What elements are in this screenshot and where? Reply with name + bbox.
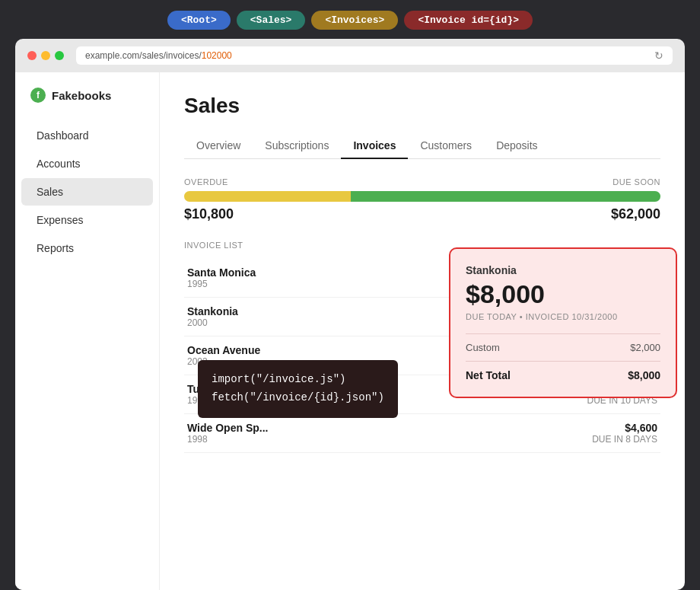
tab-overview[interactable]: Overview <box>184 133 253 159</box>
sidebar-item-sales[interactable]: Sales <box>21 178 153 206</box>
tabs: Overview Subscriptions Invoices Customer… <box>184 133 660 159</box>
popup-amount: $8,000 <box>466 279 660 309</box>
popup-company: Stankonia <box>466 264 660 276</box>
due-soon-amount: $62,000 <box>611 206 660 222</box>
invoice-amount: $4,600 <box>441 422 657 434</box>
tab-deposits[interactable]: Deposits <box>484 133 549 159</box>
overdue-amount: $10,800 <box>184 206 234 222</box>
due-soon-label: DUE SOON <box>612 177 660 187</box>
sidebar-item-expenses[interactable]: Expenses <box>21 206 153 234</box>
invoice-popup: Stankonia $8,000 DUE TODAY • INVOICED 10… <box>449 247 677 398</box>
sidebar-item-accounts[interactable]: Accounts <box>21 150 153 177</box>
tab-invoices[interactable]: Invoices <box>341 133 408 159</box>
breadcrumb-bar: <Root> <Sales> <Invoices> <Invoice id={i… <box>0 0 700 39</box>
close-dot[interactable] <box>27 51 37 60</box>
invoice-name: Ocean Avenue <box>187 344 434 356</box>
browser-controls: example.com/sales/invoices/102000 ↻ <box>27 46 673 65</box>
tab-subscriptions[interactable]: Subscriptions <box>253 133 341 159</box>
code-line-1: import("/invoice.js") <box>212 371 384 389</box>
main-content: Sales Overview Subscriptions Invoices Cu… <box>160 72 685 590</box>
maximize-dot[interactable] <box>55 51 64 60</box>
logo-icon: f <box>30 88 46 103</box>
sidebar-item-reports[interactable]: Reports <box>21 234 153 262</box>
app-window: f Fakebooks Dashboard Accounts Sales Exp… <box>15 72 685 590</box>
minimize-dot[interactable] <box>41 51 50 60</box>
overdue-bar <box>184 191 660 202</box>
url-text: example.com/sales/invoices/102000 <box>85 50 232 61</box>
breadcrumb-invoices[interactable]: <Invoices> <box>311 11 398 30</box>
overdue-bar-yellow <box>184 191 351 202</box>
address-bar[interactable]: example.com/sales/invoices/102000 ↻ <box>76 46 673 65</box>
page-title: Sales <box>184 94 660 118</box>
overdue-section: OVERDUE DUE SOON $10,800 $62,000 <box>184 177 660 222</box>
sidebar: f Fakebooks Dashboard Accounts Sales Exp… <box>15 72 160 590</box>
popup-line-custom: Custom $2,000 <box>466 342 660 353</box>
popup-net-total: Net Total $8,000 <box>466 369 660 381</box>
refresh-icon[interactable]: ↻ <box>654 49 663 62</box>
table-row[interactable]: Wide Open Sp...1998 $4,600DUE IN 8 DAYS <box>184 414 660 453</box>
popup-meta: DUE TODAY • INVOICED 10/31/2000 <box>466 312 660 321</box>
popup-divider <box>466 333 660 334</box>
browser-window: example.com/sales/invoices/102000 ↻ <box>15 39 685 72</box>
breadcrumb-invoice-id[interactable]: <Invoice id={id}> <box>404 11 533 30</box>
net-total-value: $8,000 <box>628 369 660 381</box>
logo: f Fakebooks <box>15 88 159 121</box>
invoice-name: Stankonia <box>187 305 434 317</box>
tab-customers[interactable]: Customers <box>408 133 484 159</box>
popup-divider-2 <box>466 361 660 362</box>
breadcrumb-root[interactable]: <Root> <box>167 11 231 30</box>
invoice-year: 1998 <box>187 434 434 445</box>
code-tooltip: import("/invoice.js") fetch("/invoice/{i… <box>198 360 398 418</box>
invoice-status: DUE IN 8 DAYS <box>441 434 657 445</box>
popup-line-value: $2,000 <box>630 342 660 353</box>
invoice-name: Santa Monica <box>187 266 434 279</box>
overdue-label: OVERDUE <box>184 177 228 187</box>
logo-text: Fakebooks <box>52 89 111 102</box>
breadcrumb-sales[interactable]: <Sales> <box>237 11 306 30</box>
overdue-bar-green <box>351 191 660 202</box>
invoice-year: 1995 <box>187 279 434 289</box>
net-total-label: Net Total <box>466 369 511 381</box>
invoice-name: Wide Open Sp... <box>187 422 434 434</box>
sidebar-item-dashboard[interactable]: Dashboard <box>21 122 153 149</box>
code-line-2: fetch("/invoice/{id}.json") <box>212 389 384 407</box>
invoice-year: 2000 <box>187 317 434 328</box>
popup-line-label: Custom <box>466 342 500 353</box>
